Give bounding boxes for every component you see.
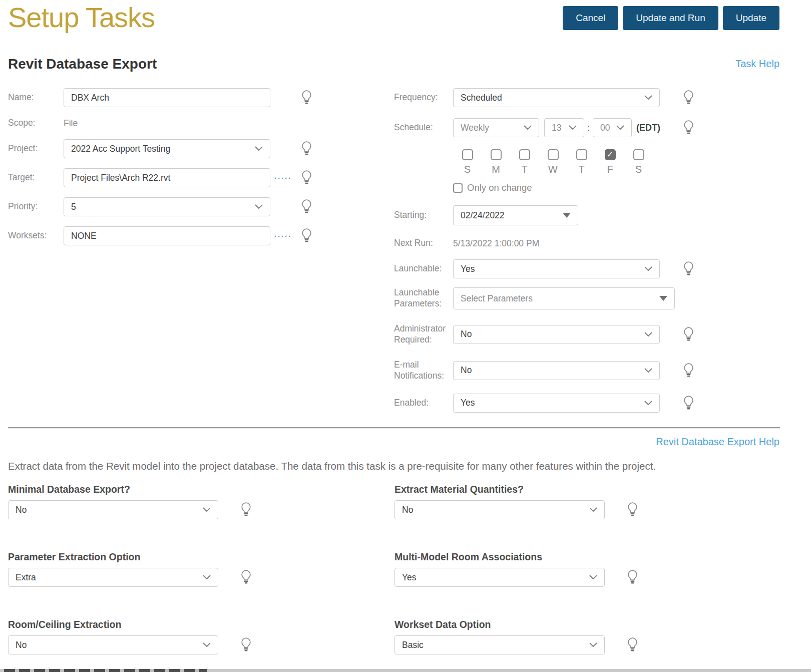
- day-checkbox-4[interactable]: [576, 149, 587, 160]
- chevron-down-icon: [203, 642, 211, 647]
- next-run-label: Next Run:: [394, 238, 453, 249]
- help-lightbulb-icon[interactable]: [240, 502, 252, 518]
- priority-select[interactable]: 5: [64, 197, 270, 216]
- help-lightbulb-icon[interactable]: [683, 363, 694, 379]
- schedule-minute-select[interactable]: 00: [593, 118, 632, 137]
- option-value: No: [16, 505, 27, 515]
- help-lightbulb-icon[interactable]: [627, 502, 638, 518]
- option-block: Room/Ceiling Extraction No: [8, 619, 394, 654]
- enabled-label: Enabled:: [394, 398, 453, 409]
- task-description: Extract data from the Revit model into t…: [8, 460, 656, 472]
- browse-ellipsis-icon[interactable]: ·····: [274, 232, 289, 240]
- enabled-row: Enabled: Yes: [394, 394, 694, 413]
- timezone-label: (EDT): [636, 123, 660, 133]
- starting-row: Starting: 02/24/2022: [394, 205, 694, 225]
- launchable-parameters-value: Select Parameters: [461, 293, 533, 304]
- cutoff-text-fragment: [4, 669, 207, 672]
- chevron-down-icon: [589, 507, 597, 512]
- project-select[interactable]: 2022 Acc Support Testing: [64, 139, 270, 158]
- help-lightbulb-icon[interactable]: [301, 170, 312, 186]
- browse-ellipsis-icon[interactable]: ·····: [274, 174, 289, 182]
- day-checkbox-1[interactable]: [491, 149, 502, 160]
- help-lightbulb-icon[interactable]: [683, 90, 694, 106]
- schedule-hour-select[interactable]: 13: [544, 118, 584, 137]
- schedule-period-value: Weekly: [461, 123, 489, 133]
- revit-database-export-help-link[interactable]: Revit Database Export Help: [656, 436, 779, 448]
- administrator-required-label: Administrator Required:: [394, 323, 453, 346]
- help-lightbulb-icon[interactable]: [627, 637, 638, 653]
- task-help-link[interactable]: Task Help: [735, 58, 779, 70]
- help-lightbulb-icon[interactable]: [240, 569, 252, 585]
- cancel-button[interactable]: Cancel: [563, 6, 618, 30]
- option-value: Yes: [402, 572, 417, 583]
- export-options-grid: Minimal Database Export? No Extract Mate…: [8, 484, 781, 654]
- day-cell-1: M: [482, 149, 510, 175]
- chevron-down-icon: [644, 266, 652, 271]
- launchable-select[interactable]: Yes: [453, 259, 660, 278]
- frequency-label: Frequency:: [394, 92, 453, 103]
- day-cell-2: T: [510, 149, 539, 175]
- day-cell-5: F: [596, 149, 624, 175]
- option-value: Extra: [16, 572, 36, 583]
- help-lightbulb-icon[interactable]: [240, 637, 252, 653]
- launchable-parameters-select[interactable]: Select Parameters: [453, 287, 675, 309]
- day-letter-1: M: [492, 164, 500, 175]
- task-heading: Revit Database Export: [8, 56, 157, 72]
- email-notifications-row: E-mail Notifications: No: [394, 360, 694, 382]
- day-checkbox-5[interactable]: [605, 149, 616, 160]
- option-value: No: [16, 640, 27, 650]
- target-input[interactable]: Project Files\Arch R22.rvt: [64, 168, 270, 187]
- extract-material-quantities-select[interactable]: No: [394, 500, 605, 519]
- room-ceiling-extraction-select[interactable]: No: [8, 635, 218, 654]
- update-button[interactable]: Update: [723, 6, 779, 30]
- worksets-input[interactable]: NONE: [64, 226, 270, 245]
- option-block: Parameter Extraction Option Extra: [8, 551, 394, 587]
- help-lightbulb-icon[interactable]: [683, 395, 694, 411]
- schedule-row: Schedule: Weekly 13 : 00 (EDT): [394, 118, 694, 137]
- parameter-extraction-option-select[interactable]: Extra: [8, 568, 218, 587]
- schedule-period-select[interactable]: Weekly: [453, 118, 539, 137]
- help-lightbulb-icon[interactable]: [683, 326, 694, 343]
- option-label: Minimal Database Export?: [8, 484, 394, 495]
- name-row: Name: DBX Arch: [8, 88, 312, 107]
- worksets-value: NONE: [71, 231, 97, 241]
- enabled-select[interactable]: Yes: [453, 394, 660, 413]
- chevron-down-icon: [644, 368, 652, 373]
- header-action-buttons: Cancel Update and Run Update: [563, 6, 779, 30]
- option-value: Basic: [402, 640, 424, 650]
- chevron-down-icon: [524, 125, 532, 130]
- chevron-down-icon: [589, 642, 597, 647]
- chevron-down-icon: [616, 125, 624, 130]
- scope-value: File: [64, 118, 78, 129]
- help-lightbulb-icon[interactable]: [301, 228, 312, 244]
- multi-model-room-associations-select[interactable]: Yes: [394, 568, 605, 587]
- starting-date-picker[interactable]: 02/24/2022: [453, 205, 578, 225]
- help-lightbulb-icon[interactable]: [683, 261, 694, 277]
- administrator-required-select[interactable]: No: [453, 325, 660, 344]
- day-checkbox-group: SMTWTFS: [453, 149, 694, 175]
- day-checkbox-6[interactable]: [633, 149, 644, 160]
- day-cell-6: S: [624, 149, 653, 175]
- email-notifications-select[interactable]: No: [453, 361, 660, 380]
- only-on-change-checkbox[interactable]: [453, 183, 463, 193]
- only-on-change-row: Only on change: [453, 182, 694, 193]
- help-lightbulb-icon[interactable]: [683, 120, 694, 136]
- day-letter-3: W: [548, 164, 558, 175]
- minimal-database-export-select[interactable]: No: [8, 500, 218, 519]
- launchable-row: Launchable: Yes: [394, 259, 694, 278]
- name-input[interactable]: DBX Arch: [64, 88, 270, 107]
- day-checkbox-0[interactable]: [462, 149, 473, 160]
- help-lightbulb-icon[interactable]: [301, 199, 312, 215]
- next-run-row: Next Run: 5/13/2022 1:00:00 PM: [394, 237, 694, 249]
- help-lightbulb-icon[interactable]: [301, 90, 312, 106]
- workset-data-option-select[interactable]: Basic: [394, 635, 605, 654]
- page-title: Setup Tasks: [8, 1, 155, 34]
- update-and-run-button[interactable]: Update and Run: [623, 6, 718, 30]
- day-checkbox-2[interactable]: [519, 149, 530, 160]
- enabled-value: Yes: [461, 398, 475, 408]
- help-lightbulb-icon[interactable]: [301, 141, 312, 157]
- help-lightbulb-icon[interactable]: [627, 569, 638, 585]
- frequency-select[interactable]: Scheduled: [453, 88, 660, 107]
- task-settings-left-column: Name: DBX Arch Scope: File Project: 2022…: [8, 88, 312, 245]
- day-checkbox-3[interactable]: [548, 149, 559, 160]
